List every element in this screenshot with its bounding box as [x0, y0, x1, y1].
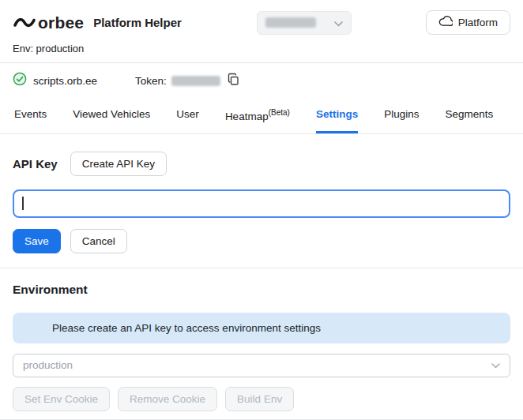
- copy-token-button[interactable]: [227, 73, 240, 89]
- status-bar: scripts.orb.ee Token:: [0, 63, 523, 98]
- beta-badge: (Beta): [269, 108, 290, 117]
- environment-select-value: production: [23, 359, 73, 371]
- environment-heading: Environment: [13, 283, 510, 297]
- logo: orbee Platform Helper: [13, 13, 182, 33]
- api-key-input[interactable]: [13, 189, 510, 218]
- tab-settings[interactable]: Settings: [316, 98, 358, 133]
- environment-section: Environment Please create an API key to …: [0, 283, 523, 411]
- chevron-down-icon: [491, 359, 500, 371]
- orbee-wave-logo-icon: [13, 13, 36, 33]
- logo-text: orbee: [38, 13, 84, 32]
- remove-cookie-button[interactable]: Remove Cookie: [118, 387, 217, 411]
- tab-bar: Events Viewed Vehicles User Heatmap(Beta…: [0, 98, 523, 134]
- save-button[interactable]: Save: [13, 229, 61, 253]
- copy-icon: [227, 73, 240, 89]
- create-api-key-button[interactable]: Create API Key: [70, 152, 167, 176]
- cloud-icon: [438, 16, 453, 29]
- api-key-label: API Key: [13, 157, 58, 171]
- tab-plugins[interactable]: Plugins: [384, 98, 419, 133]
- text-caret: [22, 197, 24, 210]
- success-check-icon: [13, 72, 27, 89]
- account-dropdown[interactable]: [257, 11, 352, 35]
- redacted-token-value: [171, 76, 220, 86]
- script-domain: scripts.orb.ee: [33, 75, 97, 87]
- header: orbee Platform Helper Platform: [0, 0, 523, 35]
- divider: [0, 268, 523, 268]
- env-label: Env: production: [0, 35, 523, 54]
- environment-select[interactable]: production: [13, 354, 510, 377]
- tab-events[interactable]: Events: [14, 98, 47, 133]
- build-env-button[interactable]: Build Env: [225, 387, 294, 411]
- platform-helper-app: orbee Platform Helper Platform Env: prod…: [0, 0, 523, 420]
- cancel-button[interactable]: Cancel: [70, 229, 127, 253]
- api-key-section: API Key Create API Key Save Cancel: [0, 152, 523, 253]
- info-alert: Please create an API key to access envir…: [13, 313, 510, 343]
- tab-user[interactable]: User: [176, 98, 199, 133]
- divider: [0, 419, 523, 420]
- token-label: Token:: [135, 75, 167, 87]
- app-title: Platform Helper: [93, 16, 182, 29]
- tab-heatmap[interactable]: Heatmap(Beta): [225, 98, 290, 133]
- environment-buttons: Set Env Cookie Remove Cookie Build Env: [13, 387, 510, 411]
- platform-button-label: Platform: [458, 17, 498, 28]
- chevron-down-icon: [334, 16, 343, 30]
- redacted-dropdown-value: [265, 17, 316, 28]
- tab-segments[interactable]: Segments: [445, 98, 493, 133]
- tab-viewed-vehicles[interactable]: Viewed Vehicles: [73, 98, 150, 133]
- platform-button[interactable]: Platform: [426, 10, 510, 35]
- set-env-cookie-button[interactable]: Set Env Cookie: [13, 387, 110, 411]
